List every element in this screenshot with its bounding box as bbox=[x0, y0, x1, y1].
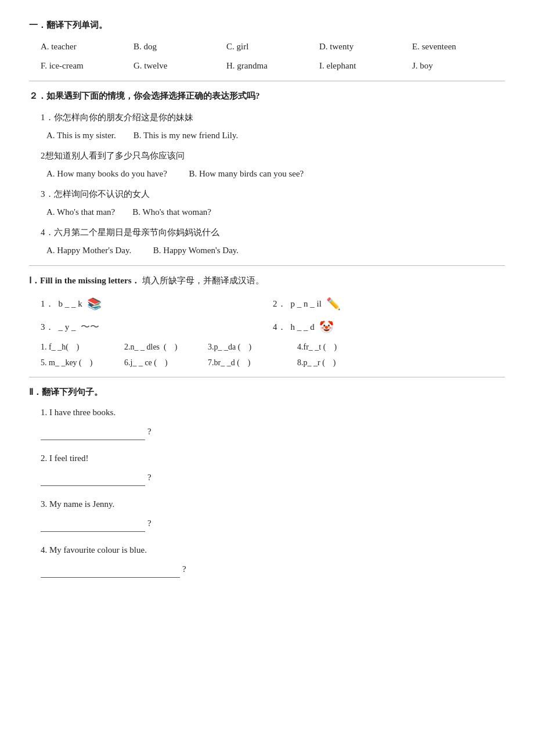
q2-text: 想知道别人看到了多少只鸟你应该问 bbox=[45, 151, 185, 160]
q3-choices: A. Who's that man? B. Who's that woman? bbox=[41, 204, 505, 220]
sentence3: 3. My name is Jenny. bbox=[41, 496, 505, 512]
small-fill1: 1. f_ _h( ) bbox=[41, 340, 122, 354]
question2: 2想知道别人看到了多少只鸟你应该问 A. How many books do y… bbox=[29, 148, 505, 182]
fill-row2: 3． _ y _ 〜〜 4． h _ _ d 🤡 bbox=[29, 316, 505, 337]
fill-row1: 1． b _ _ k 📚 2． p _ n _ il ✏️ bbox=[29, 293, 505, 314]
fill-row3: 1. f_ _h( ) 2.n_ _ dles ( ) 3.p_ _da ( )… bbox=[29, 340, 505, 354]
q1-text: 你怎样向你的朋友介绍这是你的妹妹 bbox=[54, 113, 193, 122]
small-fill8: 8.p_ _r ( ) bbox=[297, 355, 378, 370]
vocab-h: H. grandma bbox=[226, 58, 296, 74]
fill-word2: p _ n _ il bbox=[291, 296, 322, 312]
q4-num: 4． bbox=[41, 228, 54, 237]
small-fill4: 4.fr_ _t ( ) bbox=[297, 340, 378, 354]
pencil-emoji: ✏️ bbox=[326, 293, 341, 314]
section3-title: Ⅰ．Fill in the missing letters． 填入所缺字母，并翻… bbox=[29, 273, 505, 289]
question-mark3: ? bbox=[147, 519, 151, 528]
q1-choices: A. This is my sister. B. This is my new … bbox=[41, 128, 505, 143]
q2-b: B. How many birds can you see? bbox=[189, 169, 304, 178]
q1-prompt: 1．你怎样向你的朋友介绍这是你的妹妹 bbox=[41, 110, 505, 125]
divider1 bbox=[29, 81, 505, 81]
question4: 4．六月第二个星期日是母亲节向你妈妈说什么 A. Happy Mother's … bbox=[29, 225, 505, 258]
vocab-row2: F. ice-cream G. twelve H. grandma I. ele… bbox=[29, 58, 505, 74]
q4-a: A. Happy Mother's Day. bbox=[46, 246, 131, 255]
section2: ２．如果遇到下面的情境，你会选择选择正确的表达形式吗? 1．你怎样向你的朋友介绍… bbox=[29, 88, 505, 258]
vocab-a: A. teacher bbox=[41, 39, 110, 55]
fill-item2: 2． p _ n _ il ✏️ bbox=[273, 293, 505, 314]
fill-item1: 1． b _ _ k 📚 bbox=[41, 293, 273, 314]
translate-item4: 4. My favourite colour is blue. ? bbox=[29, 542, 505, 578]
sentence3-num: 3. bbox=[41, 499, 49, 509]
sentence1-text: I have three books. bbox=[49, 408, 116, 417]
translate-answer3: ? bbox=[41, 516, 505, 532]
sentence4-num: 4. bbox=[41, 545, 49, 555]
small-fill7: 7.br_ _d ( ) bbox=[208, 355, 295, 370]
q4-b: B. Happy Women's Day. bbox=[153, 246, 239, 255]
q3-b: B. Who's that woman? bbox=[132, 207, 211, 217]
q3-num: 3． bbox=[41, 189, 54, 199]
q1-b: B. This is my new friend Lily. bbox=[134, 131, 238, 140]
question-mark2: ? bbox=[147, 473, 151, 482]
q2-a: A. How many books do you have? bbox=[46, 169, 167, 178]
section4-title: Ⅱ．翻译下列句子。 bbox=[29, 384, 505, 400]
fill-num1: 1． bbox=[41, 296, 54, 312]
section4: Ⅱ．翻译下列句子。 1. I have three books. ? 2. I … bbox=[29, 384, 505, 578]
translate-answer4: ? bbox=[41, 561, 505, 578]
vocab-i: I. elephant bbox=[319, 58, 389, 74]
vocab-f: F. ice-cream bbox=[41, 58, 110, 74]
translate-answer2: ? bbox=[41, 470, 505, 486]
sentence1-num: 1. bbox=[41, 408, 49, 417]
fill-num2: 2． bbox=[273, 296, 286, 312]
sentence2-num: 2. bbox=[41, 453, 49, 463]
sentence3-text: My name is Jenny. bbox=[49, 499, 114, 509]
q2-prompt: 2想知道别人看到了多少只鸟你应该问 bbox=[41, 148, 505, 164]
sentence2-text: I feel tired! bbox=[49, 453, 88, 463]
sentence4-text: My favourite colour is blue. bbox=[49, 545, 147, 555]
translate-item1: 1. I have three books. ? bbox=[29, 405, 505, 440]
answer-line2 bbox=[41, 470, 145, 486]
section3-roman: Ⅰ．Fill in the missing letters． bbox=[29, 276, 140, 285]
translate-item2: 2. I feel tired! ? bbox=[29, 451, 505, 486]
book-emoji: 📚 bbox=[87, 293, 102, 314]
vocab-g: G. twelve bbox=[134, 58, 203, 74]
answer-line4 bbox=[41, 561, 180, 578]
q3-text: 怎样询问你不认识的女人 bbox=[54, 189, 150, 199]
sentence2: 2. I feel tired! bbox=[41, 451, 505, 466]
small-fill6: 6.j_ _ ce ( ) bbox=[124, 355, 205, 370]
vocab-c: C. girl bbox=[226, 39, 296, 55]
fill-word1: b _ _ k bbox=[59, 296, 82, 312]
small-fill5: 5. m_ _key ( ) bbox=[41, 355, 122, 370]
divider3 bbox=[29, 377, 505, 377]
fill-item3: 3． _ y _ 〜〜 bbox=[41, 316, 273, 337]
translate-item3: 3. My name is Jenny. ? bbox=[29, 496, 505, 532]
small-fill2: 2.n_ _ dles ( ) bbox=[124, 340, 205, 354]
q4-prompt: 4．六月第二个星期日是母亲节向你妈妈说什么 bbox=[41, 225, 505, 240]
vocab-row1: A. teacher B. dog C. girl D. twenty E. s… bbox=[29, 39, 505, 55]
section3: Ⅰ．Fill in the missing letters． 填入所缺字母，并翻… bbox=[29, 273, 505, 370]
sentence4: 4. My favourite colour is blue. bbox=[41, 542, 505, 558]
fill-num3: 3． bbox=[41, 319, 54, 335]
section1: 一．翻译下列单词。 A. teacher B. dog C. girl D. t… bbox=[29, 17, 505, 74]
fill-item4: 4． h _ _ d 🤡 bbox=[273, 316, 505, 337]
section1-title: 一．翻译下列单词。 bbox=[29, 17, 505, 33]
answer-line3 bbox=[41, 516, 145, 532]
divider2 bbox=[29, 265, 505, 266]
q3-a: A. Who's that man? bbox=[46, 207, 115, 217]
q4-choices: A. Happy Mother's Day. B. Happy Women's … bbox=[41, 243, 505, 258]
vocab-b: B. dog bbox=[134, 39, 203, 55]
small-fill3: 3.p_ _da ( ) bbox=[208, 340, 295, 354]
q3-prompt: 3．怎样询问你不认识的女人 bbox=[41, 186, 505, 202]
translate-answer1: ? bbox=[41, 424, 505, 440]
vocab-e: E. seventeen bbox=[412, 39, 482, 55]
question3: 3．怎样询问你不认识的女人 A. Who's that man? B. Who'… bbox=[29, 186, 505, 220]
section2-title: ２．如果遇到下面的情境，你会选择选择正确的表达形式吗? bbox=[29, 88, 505, 104]
q2-num: 2 bbox=[41, 151, 45, 160]
section3-chinese: 填入所缺字母，并翻译成汉语。 bbox=[142, 276, 264, 285]
question-mark4: ? bbox=[182, 564, 186, 574]
q1-num: 1． bbox=[41, 113, 54, 122]
question1: 1．你怎样向你的朋友介绍这是你的妹妹 A. This is my sister.… bbox=[29, 110, 505, 143]
q4-text: 六月第二个星期日是母亲节向你妈妈说什么 bbox=[54, 228, 219, 237]
fill-word3: _ y _ bbox=[59, 319, 76, 335]
sentence1: 1. I have three books. bbox=[41, 405, 505, 420]
fill-row4: 5. m_ _key ( ) 6.j_ _ ce ( ) 7.br_ _d ( … bbox=[29, 355, 505, 370]
vocab-d: D. twenty bbox=[319, 39, 389, 55]
